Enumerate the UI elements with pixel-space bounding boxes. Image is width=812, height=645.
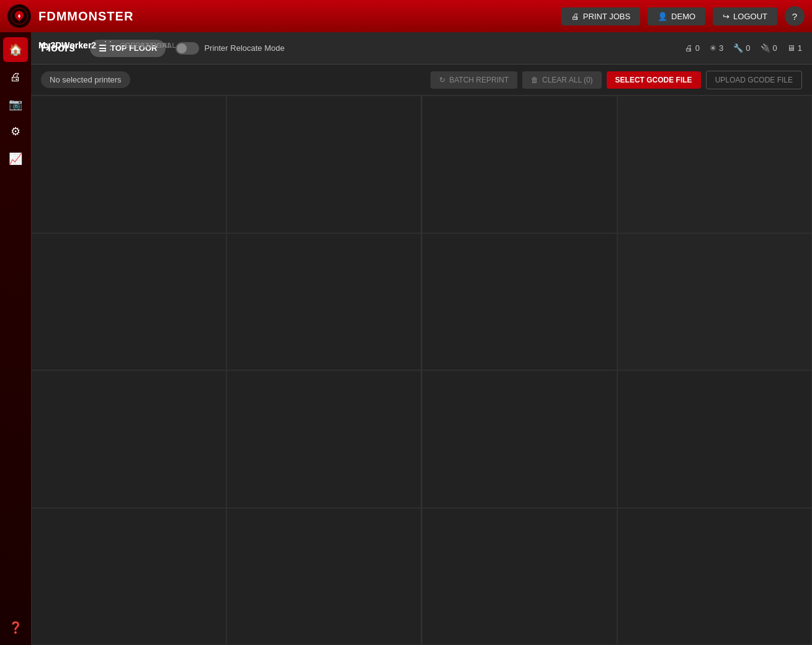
sidebar-item-settings[interactable]: ⚙: [3, 119, 28, 144]
brand-name: FDMMONSTER: [38, 9, 554, 24]
cell-2-1: [31, 233, 226, 371]
cell-4-1: [31, 508, 226, 646]
navbar: FDMMONSTER 🖨 PRINT JOBS 👤 DEMO ↪ LOGOUT …: [0, 0, 812, 32]
action-bar: No selected printers ↻ BATCH REPRINT 🗑 C…: [31, 64, 812, 96]
right-row-2: My3DWorker2 ⋮ OPERATIONAL: [422, 233, 812, 371]
batch-reprint-button[interactable]: ↻ BATCH REPRINT: [431, 71, 517, 89]
help-button[interactable]: ?: [785, 6, 805, 26]
right-cell-1-left: [422, 96, 617, 233]
print-jobs-button[interactable]: 🖨 PRINT JOBS: [561, 7, 640, 25]
cell-3-2: [226, 370, 422, 508]
user-icon: 👤: [658, 12, 667, 21]
upload-gcode-button[interactable]: UPLOAD GCODE FILE: [706, 71, 802, 89]
sidebar-item-help[interactable]: ❓: [3, 615, 28, 640]
right-row-3: [422, 370, 812, 508]
printer-2-cell[interactable]: My3DWorker2 ⋮ OPERATIONAL: [617, 233, 813, 371]
right-column: My3DWorker ⋮ OPERATIONAL My3DWorker2: [422, 96, 812, 645]
cell-1-1: [31, 96, 226, 233]
cell-2-2: [226, 233, 422, 371]
cell-4-2: [226, 508, 422, 646]
right-cell-2-left: [422, 233, 617, 371]
right-cell-4-right: [617, 508, 813, 646]
sidebar-item-camera[interactable]: 📷: [3, 92, 28, 117]
cell-3-1: [31, 370, 226, 508]
action-buttons: ↻ BATCH REPRINT 🗑 CLEAR ALL (0) SELECT G…: [431, 71, 802, 89]
logout-button[interactable]: ↪ LOGOUT: [713, 7, 777, 25]
main-content: Floors ☰ TOP FLOOR Printer Relocate Mode…: [31, 32, 812, 645]
printer-1-cell[interactable]: My3DWorker ⋮ OPERATIONAL: [617, 96, 813, 233]
demo-button[interactable]: 👤 DEMO: [648, 7, 705, 25]
no-selected-printers: No selected printers: [41, 71, 130, 88]
print-jobs-icon: 🖨: [571, 12, 579, 21]
app-logo: [7, 4, 31, 28]
sidebar-item-analytics[interactable]: 📈: [3, 146, 28, 171]
right-cell-4-left: [422, 508, 617, 646]
logout-icon: ↪: [723, 12, 729, 21]
right-cell-3-left: [422, 370, 617, 508]
right-cell-3-right: [617, 370, 813, 508]
clear-all-button[interactable]: 🗑 CLEAR ALL (0): [522, 71, 602, 89]
sidebar: 🏠 🖨 📷 ⚙ 📈 ❓: [0, 32, 31, 645]
reprint-icon: ↻: [439, 76, 445, 84]
cell-1-2: [226, 96, 422, 233]
floor-grid: My3DWorker ⋮ OPERATIONAL My3DWorker2: [31, 96, 812, 645]
right-row-1: My3DWorker ⋮ OPERATIONAL: [422, 96, 812, 233]
right-row-4: [422, 508, 812, 646]
select-gcode-button[interactable]: SELECT GCODE FILE: [607, 71, 701, 89]
sidebar-item-home[interactable]: 🏠: [3, 37, 28, 62]
trash-icon: 🗑: [531, 76, 538, 84]
sidebar-item-printers[interactable]: 🖨: [3, 64, 28, 89]
left-column: [31, 96, 422, 645]
